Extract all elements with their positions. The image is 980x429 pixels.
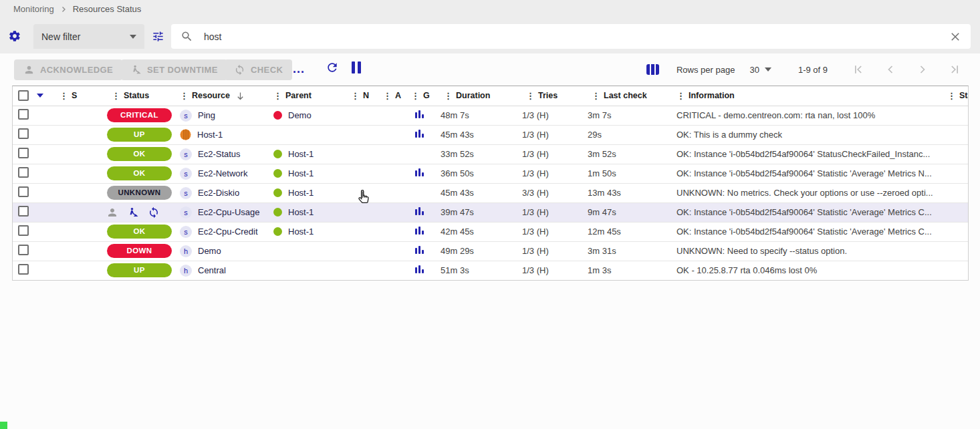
- drag-handle-icon[interactable]: ⋮: [273, 92, 282, 100]
- drag-handle-icon[interactable]: ⋮: [677, 92, 685, 100]
- column-header-resource[interactable]: ⋮Resource: [180, 91, 273, 101]
- column-header-s[interactable]: ⋮S: [59, 91, 100, 100]
- filter-select[interactable]: New filter: [33, 24, 144, 49]
- table-row[interactable]: UNKNOWNsEc2-DiskioHost-145m 43s3/3 (H)13…: [13, 183, 968, 202]
- column-header-last-check[interactable]: ⋮Last check: [592, 91, 666, 100]
- check-sync-icon[interactable]: [148, 206, 160, 219]
- resource-name[interactable]: Ec2-Status: [198, 149, 241, 159]
- row-checkbox[interactable]: [18, 245, 29, 255]
- tries-value: 1/3 (H): [517, 125, 582, 144]
- drag-handle-icon[interactable]: ⋮: [351, 92, 360, 100]
- acknowledge-button[interactable]: ACKNOWLEDGE: [14, 59, 122, 80]
- next-page-button[interactable]: [906, 59, 939, 80]
- resource-name[interactable]: Central: [198, 265, 226, 275]
- column-header-n[interactable]: ⋮N: [351, 91, 372, 100]
- row-checkbox[interactable]: [18, 128, 29, 139]
- resource-name[interactable]: Demo: [198, 246, 221, 256]
- pause-icon[interactable]: [352, 61, 365, 75]
- resource-type-badge: h: [180, 245, 192, 257]
- columns-icon[interactable]: [646, 64, 659, 75]
- parent-name[interactable]: Demo: [288, 110, 312, 120]
- table-row[interactable]: OKsEc2-NetworkHost-136m 50s1/3 (H)1m 50s…: [13, 164, 968, 183]
- table-row[interactable]: UPhCentral51m 3s1/3 (H)1m 3sOK - 10.25.8…: [13, 261, 968, 280]
- graph-icon[interactable]: [415, 130, 424, 138]
- selection-menu-icon[interactable]: [37, 94, 43, 98]
- resource-name[interactable]: Ec2-Network: [198, 168, 247, 178]
- drag-handle-icon[interactable]: ⋮: [592, 92, 600, 100]
- clear-search-icon[interactable]: [949, 31, 961, 43]
- graph-icon[interactable]: [415, 246, 424, 254]
- last-page-button[interactable]: [939, 59, 971, 80]
- row-checkbox[interactable]: [18, 186, 29, 197]
- column-header-duration[interactable]: ⋮Duration: [444, 91, 517, 100]
- parent-name[interactable]: Host-1: [288, 168, 314, 178]
- drag-handle-icon[interactable]: ⋮: [383, 92, 392, 100]
- table-row[interactable]: OKsEc2-Cpu-CreditHost-142m 45s1/3 (H)12m…: [13, 222, 968, 241]
- graph-icon[interactable]: [415, 265, 424, 273]
- page-range-label: 1-9 of 9: [798, 65, 828, 75]
- gear-icon[interactable]: [8, 29, 21, 43]
- search-input[interactable]: [204, 31, 949, 42]
- column-header-state[interactable]: ⋮State: [947, 91, 968, 100]
- rows-per-page-select[interactable]: 30: [749, 65, 771, 75]
- column-header-status[interactable]: ⋮Status: [112, 91, 180, 100]
- column-header-a[interactable]: ⋮A: [383, 91, 406, 100]
- status-chip: CRITICAL: [107, 108, 172, 122]
- resource-type-badge: s: [180, 187, 192, 199]
- drag-handle-icon[interactable]: ⋮: [59, 92, 68, 100]
- table-row[interactable]: DOWNhDemo49m 29s1/3 (H)3m 31sUNKNOWN: Ne…: [13, 241, 968, 261]
- first-page-button[interactable]: [842, 59, 874, 80]
- acknowledge-icon[interactable]: [106, 206, 118, 219]
- graph-icon[interactable]: [415, 168, 424, 176]
- duration-value: 45m 43s: [437, 183, 517, 202]
- resource-name[interactable]: Ec2-Cpu-Usage: [198, 207, 260, 217]
- check-button[interactable]: CHECK: [225, 59, 292, 80]
- table-row[interactable]: UPHost-145m 43s1/3 (H)29sOK: This is a d…: [13, 125, 968, 144]
- row-checkbox[interactable]: [18, 167, 29, 178]
- graph-icon[interactable]: [415, 207, 424, 215]
- table-row[interactable]: sEc2-Cpu-UsageHost-139m 47s1/3 (H)9m 47s…: [13, 202, 968, 222]
- row-checkbox[interactable]: [18, 225, 29, 236]
- row-checkbox[interactable]: [18, 206, 29, 217]
- drag-handle-icon[interactable]: ⋮: [947, 92, 956, 100]
- information-value: OK - 10.25.8.77 rta 0.046ms lost 0%: [666, 261, 936, 280]
- refresh-icon[interactable]: [326, 61, 339, 74]
- check-label: CHECK: [251, 65, 283, 75]
- resource-name[interactable]: Ping: [198, 110, 215, 120]
- tune-filter-icon[interactable]: [152, 30, 164, 43]
- parent-name[interactable]: Host-1: [288, 207, 314, 217]
- set-downtime-icon[interactable]: [127, 206, 139, 219]
- row-checkbox[interactable]: [18, 109, 29, 120]
- previous-page-button[interactable]: [874, 59, 906, 80]
- resource-name[interactable]: Host-1: [197, 130, 223, 140]
- table-row[interactable]: CRITICALsPingDemo48m 7s1/3 (H)3m 7sCRITI…: [13, 106, 968, 125]
- set-downtime-button[interactable]: SET DOWNTIME: [121, 59, 227, 80]
- parent-name[interactable]: Host-1: [288, 188, 314, 198]
- drag-handle-icon[interactable]: ⋮: [112, 92, 120, 100]
- breadcrumb-resources-status[interactable]: Resources Status: [73, 4, 142, 14]
- drag-handle-icon[interactable]: ⋮: [411, 92, 420, 100]
- drag-handle-icon[interactable]: ⋮: [180, 92, 189, 100]
- table-row[interactable]: OKsEc2-StatusHost-133m 52s1/3 (H)3m 52sO…: [13, 144, 968, 164]
- row-checkbox[interactable]: [18, 264, 29, 275]
- drag-handle-icon[interactable]: ⋮: [526, 92, 535, 100]
- column-header-information[interactable]: ⋮Information: [677, 91, 936, 100]
- column-header-tries[interactable]: ⋮Tries: [526, 91, 582, 100]
- more-actions-button[interactable]: ...: [293, 63, 305, 75]
- resource-name[interactable]: Ec2-Cpu-Credit: [198, 227, 258, 237]
- parent-name[interactable]: Host-1: [288, 227, 314, 237]
- breadcrumb-monitoring[interactable]: Monitoring: [13, 4, 54, 14]
- column-header-parent[interactable]: ⋮Parent: [273, 91, 340, 100]
- last-check-value: 13m 43s: [582, 183, 666, 202]
- graph-icon[interactable]: [415, 227, 424, 235]
- resource-type-badge: s: [180, 206, 192, 219]
- select-all-checkbox[interactable]: [18, 90, 29, 101]
- graph-icon[interactable]: [415, 110, 424, 118]
- resource-name[interactable]: Ec2-Diskio: [198, 188, 239, 198]
- row-checkbox[interactable]: [18, 148, 29, 158]
- column-header-g[interactable]: ⋮G: [411, 91, 437, 100]
- parent-name[interactable]: Host-1: [288, 149, 314, 159]
- duration-value: 42m 45s: [437, 222, 517, 241]
- drag-handle-icon[interactable]: ⋮: [444, 92, 453, 100]
- table-header-row: ⋮S ⋮Status ⋮Resource ⋮Parent ⋮N ⋮A ⋮G ⋮D…: [13, 86, 968, 106]
